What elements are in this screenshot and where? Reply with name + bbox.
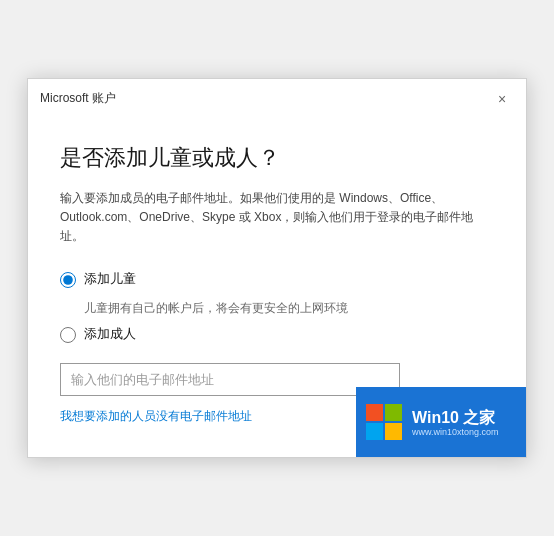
no-email-link[interactable]: 我想要添加的人员没有电子邮件地址	[60, 409, 252, 423]
radio-child-item[interactable]: 添加儿童	[60, 270, 494, 288]
main-title: 是否添加儿童或成人？	[60, 143, 494, 173]
logo-cell-blue	[366, 423, 383, 440]
radio-adult-label: 添加成人	[84, 325, 136, 343]
title-bar: Microsoft 账户 ×	[28, 79, 526, 119]
logo-cell-green	[385, 404, 402, 421]
logo-cell-yellow	[385, 423, 402, 440]
radio-child-input[interactable]	[60, 272, 76, 288]
watermark: Win10 之家 www.win10xtong.com	[356, 387, 526, 457]
radio-child-sublabel: 儿童拥有自己的帐户后，将会有更安全的上网环境	[84, 300, 494, 317]
window-title: Microsoft 账户	[40, 90, 116, 107]
watermark-url: www.win10xtong.com	[412, 427, 499, 437]
radio-child-label: 添加儿童	[84, 270, 136, 288]
radio-group: 添加儿童 儿童拥有自己的帐户后，将会有更安全的上网环境 添加成人	[60, 270, 494, 343]
close-button[interactable]: ×	[490, 87, 514, 111]
description-content: 输入要添加成员的电子邮件地址。如果他们使用的是 Windows、Office、O…	[60, 191, 473, 243]
dialog: Microsoft 账户 × 是否添加儿童或成人？ 输入要添加成员的电子邮件地址…	[27, 78, 527, 459]
email-input[interactable]	[60, 363, 400, 396]
logo-cell-orange	[366, 404, 383, 421]
windows-logo	[366, 404, 402, 440]
radio-adult-input[interactable]	[60, 327, 76, 343]
radio-adult-item[interactable]: 添加成人	[60, 325, 494, 343]
description-text: 输入要添加成员的电子邮件地址。如果他们使用的是 Windows、Office、O…	[60, 189, 494, 247]
watermark-title: Win10 之家	[412, 408, 499, 427]
watermark-text: Win10 之家 www.win10xtong.com	[412, 408, 499, 437]
